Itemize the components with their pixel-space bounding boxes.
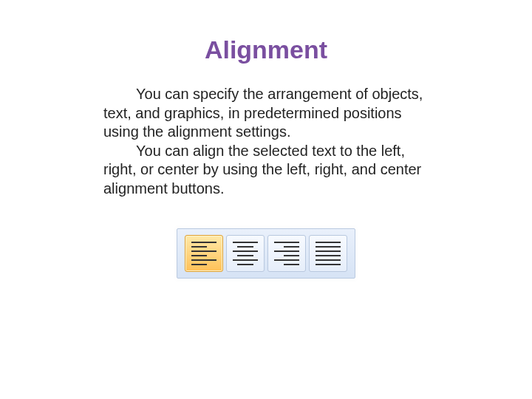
- alignment-toolbar: [177, 228, 355, 279]
- align-right-icon: [274, 242, 299, 265]
- align-justify-button[interactable]: [309, 235, 347, 272]
- paragraph-1: You can specify the arrangement of objec…: [103, 85, 429, 142]
- paragraph-2: You can align the selected text to the l…: [103, 142, 429, 199]
- align-center-button[interactable]: [226, 235, 265, 272]
- align-right-button[interactable]: [267, 235, 306, 272]
- align-left-icon: [191, 242, 216, 265]
- alignment-toolbar-wrap: [177, 228, 355, 279]
- body-text: You can specify the arrangement of objec…: [103, 85, 429, 199]
- align-left-button[interactable]: [185, 235, 223, 272]
- align-center-icon: [233, 242, 258, 265]
- align-justify-icon: [316, 242, 341, 265]
- page-title: Alignment: [205, 35, 327, 64]
